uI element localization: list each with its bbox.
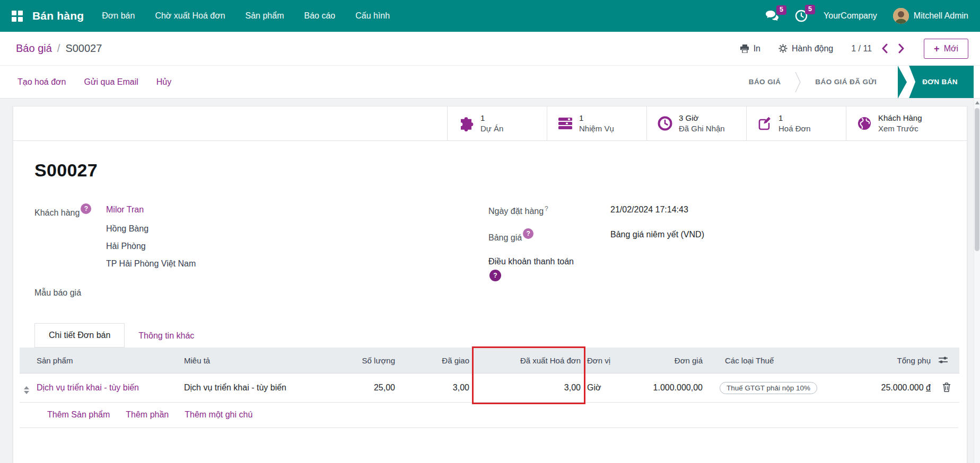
column-header-options [934, 348, 959, 373]
project-count: 1 [480, 113, 503, 123]
add-note-link[interactable]: Thêm một ghi chú [185, 410, 252, 420]
stat-button-recorded-hours[interactable]: 3 Giờ Đã Ghi Nhận [646, 106, 746, 140]
scrollbar-thumb[interactable] [975, 108, 979, 251]
cell-taxes[interactable]: Thuế GTGT phải nộp 10% [706, 373, 844, 403]
cell-unit-price[interactable]: 1.000.000,00 [645, 373, 706, 403]
stat-button-tasks[interactable]: 1 Nhiệm Vụ [547, 106, 646, 140]
action-menu-button[interactable]: Hành động [778, 44, 833, 54]
cell-subtotal: 25.000.000 đ [844, 373, 934, 403]
messages-count-badge[interactable]: 5 [776, 5, 786, 15]
breadcrumb-current: S00027 [65, 42, 102, 55]
cell-invoiced[interactable]: 3,00 [472, 373, 584, 403]
form-sheet: 1 Dự Án 1 Nhiệm Vụ 3 Giờ Đã [13, 106, 967, 463]
stat-button-invoices[interactable]: 1 Hoá Đơn [746, 106, 846, 140]
column-header-product[interactable]: Sản phẩm [33, 348, 181, 373]
puzzle-icon [458, 115, 474, 131]
form-statusbar-row: Tạo hoá đơn Gửi qua Email Hủy BÁO GIÁ BÁ… [0, 66, 980, 99]
user-menu[interactable]: Mitchell Admin [893, 8, 968, 24]
send-by-email-button[interactable]: Gửi qua Email [84, 77, 138, 87]
invoices-count: 1 [778, 113, 811, 123]
order-line-row[interactable]: Dịch vụ triển khai - tùy biến Dịch vụ tr… [20, 373, 959, 403]
menu-to-invoice[interactable]: Chờ xuất Hoá đơn [155, 11, 225, 21]
customer-preview-line2: Xem Trước [878, 123, 922, 134]
column-header-subtotal[interactable]: Tổng phụ [844, 348, 934, 373]
cell-quantity[interactable]: 25,00 [319, 373, 398, 403]
add-section-link[interactable]: Thêm phần [126, 410, 169, 420]
invoices-label: Hoá Đơn [778, 123, 811, 134]
cell-delivered[interactable]: 3,00 [398, 373, 472, 403]
pager: 1 / 11 [851, 42, 906, 55]
cell-product-link[interactable]: Dịch vụ triển khai - tùy biến [37, 383, 139, 392]
new-record-button[interactable]: + Mới [924, 39, 968, 59]
column-header-uom[interactable]: Đơn vị [584, 348, 645, 373]
pager-previous-button[interactable] [880, 42, 889, 55]
pricelist-value[interactable]: Bảng giá niêm yết (VND) [610, 230, 704, 243]
payment-terms-hint-icon: ? [489, 270, 501, 281]
order-date-value[interactable]: 21/02/2024 17:14:43 [610, 205, 688, 216]
gear-icon [778, 44, 788, 53]
timesheet-clock-icon [658, 116, 672, 131]
tab-order-lines[interactable]: Chi tiết Đơn bán [34, 323, 125, 348]
stage-sales-order[interactable]: ĐƠN BÁN [898, 66, 974, 98]
messages-button[interactable]: 5 [765, 10, 779, 22]
tasks-icon [558, 117, 573, 130]
menu-configuration[interactable]: Cấu hình [355, 11, 390, 21]
activities-button[interactable]: 5 [795, 10, 808, 22]
tab-other-info[interactable]: Thông tin khác [125, 324, 208, 348]
apps-menu-icon[interactable] [12, 11, 23, 22]
address-line: Hồng Bàng [106, 220, 416, 237]
customer-name-link[interactable]: Milor Tran [106, 205, 144, 218]
print-button[interactable]: In [740, 44, 760, 54]
customer-hint-icon: ? [81, 203, 91, 214]
company-switcher[interactable]: YourCompany [824, 11, 877, 21]
pager-next-button[interactable] [897, 42, 906, 55]
plus-icon: + [934, 44, 940, 54]
notebook-tabs: Chi tiết Đơn bán Thông tin khác [34, 323, 958, 348]
order-line-footer-links: Thêm Sản phẩm Thêm phần Thêm một ghi chú [20, 403, 958, 428]
menu-products[interactable]: Sản phẩm [246, 11, 284, 21]
printer-icon [740, 44, 749, 53]
column-header-delivered[interactable]: Đã giao [398, 348, 472, 373]
stage-quotation[interactable]: BÁO GIÁ [735, 66, 795, 98]
breadcrumb-separator: / [57, 42, 60, 55]
top-navbar: Bán hàng Đơn bán Chờ xuất Hoá đơn Sản ph… [0, 0, 980, 32]
optional-columns-button[interactable] [937, 354, 949, 366]
menu-orders[interactable]: Đơn bán [102, 11, 135, 21]
payment-terms-label: Điều khoản thanh toán [488, 257, 958, 266]
add-product-link[interactable]: Thêm Sản phẩm [47, 410, 110, 420]
app-name[interactable]: Bán hàng [32, 10, 84, 22]
user-avatar [893, 8, 909, 24]
customer-preview-line1: Khách Hàng [878, 113, 922, 123]
stage-quotation-sent[interactable]: BÁO GIÁ ĐÃ GỬI [801, 66, 890, 98]
cell-description[interactable]: Dịch vụ triển khai - tùy biến [181, 373, 319, 403]
content-area: 1 Dự Án 1 Nhiệm Vụ 3 Giờ Đã [0, 99, 980, 463]
menu-reporting[interactable]: Báo cáo [304, 11, 335, 21]
new-record-label: Mới [944, 44, 958, 54]
drag-handle-icon [24, 386, 29, 394]
column-header-taxes[interactable]: Các loại Thuế [706, 348, 844, 373]
create-invoice-button[interactable]: Tạo hoá đơn [18, 77, 66, 87]
cell-uom[interactable]: Giờ [584, 373, 645, 403]
row-drag-handle[interactable] [20, 373, 33, 403]
globe-icon [857, 116, 872, 131]
scrollbar-up-button[interactable] [974, 99, 980, 107]
activities-count-badge[interactable]: 5 [805, 5, 815, 14]
column-header-quantity[interactable]: Số lượng [319, 348, 398, 373]
address-line: Hải Phòng [106, 237, 416, 255]
column-header-description[interactable]: Miêu tả [181, 348, 319, 373]
tax-badge[interactable]: Thuế GTGT phải nộp 10% [720, 382, 817, 394]
table-header-row: Sản phẩm Miêu tả Số lượng Đã giao Đã xuấ… [20, 348, 959, 373]
pricelist-label: Bảng giá? [488, 230, 610, 243]
stat-button-strip: 1 Dự Án 1 Nhiệm Vụ 3 Giờ Đã [13, 106, 967, 141]
column-header-invoiced[interactable]: Đã xuất Hoá đơn [472, 348, 584, 373]
stat-button-customer-preview[interactable]: Khách Hàng Xem Trước [846, 106, 967, 140]
cancel-button[interactable]: Hủy [156, 77, 171, 87]
action-menu-label: Hành động [792, 44, 833, 54]
column-header-unit-price[interactable]: Đơn giá [645, 348, 706, 373]
breadcrumb-quotations-link[interactable]: Báo giá [16, 42, 52, 55]
delete-row-button[interactable] [941, 381, 952, 393]
recorded-hours-label: Đã Ghi Nhận [679, 123, 725, 134]
form-fields: Khách hàng? Milor Tran Hồng Bàng Hải Phò… [34, 205, 958, 300]
record-title: S00027 [34, 160, 958, 181]
stat-button-project[interactable]: 1 Dự Án [447, 106, 547, 140]
